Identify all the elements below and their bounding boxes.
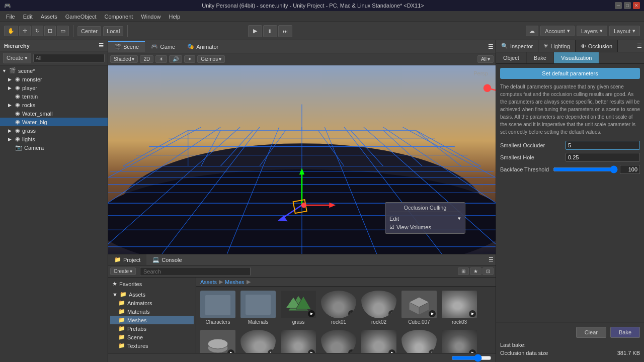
oc-edit-row[interactable]: Edit ▾: [389, 214, 461, 223]
lighting-toggle[interactable]: ☀: [155, 55, 167, 63]
oc-view-volumes-row[interactable]: ☑ View Volumes: [389, 223, 461, 231]
sidebar-textures[interactable]: 📁 Textures: [110, 341, 194, 350]
insp-menu-icon[interactable]: ☰: [637, 43, 642, 49]
asset-item-characters[interactable]: Characters: [198, 289, 237, 327]
favorites-btn[interactable]: ★: [470, 267, 481, 275]
tab-scene[interactable]: 🎬 Scene: [108, 41, 145, 52]
maximize-button[interactable]: □: [624, 2, 631, 9]
asset-item-rock08[interactable]: ▶ rock08: [399, 328, 439, 353]
cube008-play-icon[interactable]: ▶: [227, 349, 234, 353]
tree-item-water-small[interactable]: ◉ Water_small: [0, 109, 108, 118]
minimize-button[interactable]: ─: [615, 2, 622, 9]
local-toggle[interactable]: Local: [103, 26, 123, 36]
menu-assets[interactable]: Assets: [37, 13, 61, 21]
set-default-params-button[interactable]: Set default parameters: [500, 68, 640, 79]
pause-button[interactable]: ⏸: [263, 25, 277, 37]
rock04-play-icon[interactable]: ▶: [268, 349, 275, 353]
tab-inspector[interactable]: 🔍 Inspector: [496, 40, 538, 52]
twod-btn[interactable]: 2D: [140, 55, 153, 63]
move-tool[interactable]: ✛: [19, 26, 31, 36]
tree-item-terrain[interactable]: ◉ terrain: [0, 92, 108, 101]
sidebar-assets-root[interactable]: ▼ 📁 Assets: [110, 290, 194, 299]
backface-threshold-slider[interactable]: [553, 165, 618, 173]
menu-edit[interactable]: Edit: [19, 13, 37, 21]
tab-animator[interactable]: 🎭 Animator: [181, 41, 224, 52]
asset-item-rock09[interactable]: ▶ rock09: [440, 328, 479, 353]
tab-game[interactable]: 🎮 Game: [145, 41, 181, 52]
subtab-object[interactable]: Object: [496, 52, 527, 63]
asset-item-rock07[interactable]: ▶ rock07: [359, 328, 398, 353]
view-menu-icon[interactable]: ☰: [488, 43, 494, 50]
rect-tool[interactable]: ▭: [57, 26, 69, 36]
view-options-btn[interactable]: ⊡: [482, 267, 494, 275]
hierarchy-search-input[interactable]: [33, 54, 105, 62]
tree-item-rocks[interactable]: ▶ ◉ rocks: [0, 101, 108, 109]
asset-item-cube008[interactable]: ▶ Cube.008: [198, 328, 237, 353]
tab-console[interactable]: 💻 Console: [146, 254, 188, 265]
breadcrumb-meshes[interactable]: Meshes: [225, 279, 245, 285]
tree-item-grass[interactable]: ▶ ◉ grass: [0, 126, 108, 135]
all-dropdown[interactable]: All ▾: [477, 55, 494, 63]
grass-play-icon[interactable]: ▶: [308, 310, 315, 317]
rock02-play-icon[interactable]: ▶: [388, 310, 395, 317]
project-create-btn[interactable]: Create ▾: [110, 267, 136, 275]
audio-toggle[interactable]: 🔊: [169, 55, 182, 63]
tab-occlusion[interactable]: 👁 Occlusion: [576, 40, 618, 52]
menu-help[interactable]: Help: [165, 13, 184, 21]
tree-item-water-big[interactable]: ◉ Water_big: [0, 118, 108, 126]
play-button[interactable]: ▶: [248, 25, 262, 37]
sidebar-prefabs[interactable]: 📁 Prefabs: [110, 324, 194, 333]
cube007-play-icon[interactable]: ▶: [429, 310, 436, 317]
center-toggle[interactable]: Center: [77, 26, 101, 36]
layers-dropdown[interactable]: Layers ▾: [577, 26, 607, 36]
rock03-play-icon[interactable]: ▶: [469, 310, 476, 317]
asset-item-rock04[interactable]: ▶ rock04: [238, 328, 278, 353]
rock09-play-icon[interactable]: ▶: [469, 349, 476, 353]
smallest-occluder-input[interactable]: [566, 141, 640, 150]
asset-item-rock03[interactable]: ▶ rock03: [440, 289, 479, 327]
tree-item-lights[interactable]: ▶ ◉ lights: [0, 135, 108, 143]
rock07-play-icon[interactable]: ▶: [388, 349, 395, 353]
subtab-visualization[interactable]: Visualization: [554, 52, 599, 63]
tab-lighting[interactable]: ☀ Lighting: [538, 40, 576, 52]
asset-item-rock05[interactable]: ▶ rock05: [279, 328, 318, 353]
project-search-input[interactable]: [140, 267, 251, 276]
asset-item-grass[interactable]: ▶ grass: [279, 289, 318, 327]
breadcrumb-assets[interactable]: Assets: [200, 279, 217, 285]
clear-button[interactable]: Clear: [576, 327, 606, 338]
menu-window[interactable]: Window: [137, 13, 165, 21]
close-button[interactable]: ✕: [633, 2, 640, 9]
bake-button[interactable]: Bake: [610, 327, 640, 338]
sidebar-materials[interactable]: 📁 Materials: [110, 307, 194, 316]
asset-item-cube007[interactable]: ▶ Cube.007: [399, 289, 439, 327]
asset-item-rock02[interactable]: ▶ rock02: [359, 289, 398, 327]
menu-gameobject[interactable]: GameObject: [61, 13, 101, 21]
sidebar-scene[interactable]: 📁 Scene: [110, 333, 194, 341]
menu-file[interactable]: File: [2, 13, 19, 21]
scene-viewport[interactable]: Persp Occlusion Culling Edit ▾ ☑ View Vo…: [108, 65, 496, 254]
rock05-play-icon[interactable]: ▶: [308, 349, 315, 353]
rock01-play-icon[interactable]: ▶: [348, 310, 355, 317]
tree-item-player[interactable]: ▶ ◉ player: [0, 83, 108, 92]
bottom-menu-icon[interactable]: ☰: [489, 256, 494, 263]
gizmos-dropdown[interactable]: Gizmos ▾: [197, 55, 225, 63]
sidebar-animators[interactable]: 📁 Animators: [110, 299, 194, 307]
rock08-play-icon[interactable]: ▶: [429, 349, 436, 353]
asset-item-rock06[interactable]: ▶ rock06: [319, 328, 358, 353]
sidebar-favorites[interactable]: ★ Favorites: [110, 280, 194, 288]
sidebar-meshes[interactable]: 📁 Meshes: [110, 316, 194, 324]
asset-size-slider[interactable]: [451, 355, 492, 360]
asset-item-materials[interactable]: Materials: [238, 289, 278, 327]
scale-tool[interactable]: ⊡: [44, 26, 56, 36]
subtab-bake[interactable]: Bake: [527, 52, 554, 63]
smallest-hole-input[interactable]: [566, 153, 640, 162]
cloud-button[interactable]: ☁: [526, 26, 538, 36]
shaded-dropdown[interactable]: Shaded ▾: [110, 55, 138, 63]
hand-tool[interactable]: ✋: [4, 26, 18, 36]
account-dropdown[interactable]: Account ▾: [540, 26, 575, 36]
search-mode-btn[interactable]: ⊞: [458, 267, 469, 275]
scene-root[interactable]: ▼ 🎬 scene*: [0, 66, 108, 75]
hierarchy-create-btn[interactable]: Create ▾: [3, 53, 31, 63]
layout-dropdown[interactable]: Layout ▾: [609, 26, 640, 36]
tree-item-camera[interactable]: 📷 Camera: [0, 143, 108, 152]
